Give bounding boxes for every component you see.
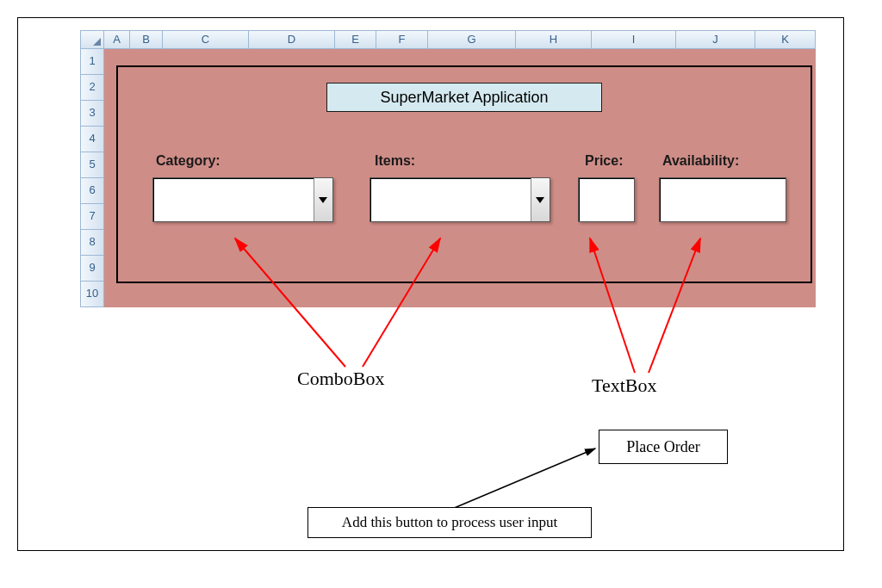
diagram-frame: ABCDEFGHIJK 12345678910 SuperMarket Appl…: [17, 17, 844, 551]
row-header[interactable]: 3: [80, 101, 104, 127]
row-header[interactable]: 7: [80, 204, 104, 230]
column-header[interactable]: H: [516, 30, 592, 49]
row-header[interactable]: 6: [80, 178, 104, 204]
label-price: Price:: [585, 153, 623, 169]
annotation-textbox-label: TextBox: [592, 374, 656, 397]
spreadsheet: ABCDEFGHIJK 12345678910 SuperMarket Appl…: [80, 30, 816, 307]
column-header[interactable]: A: [104, 30, 130, 49]
category-combobox[interactable]: [152, 177, 333, 222]
column-header[interactable]: J: [676, 30, 755, 49]
label-category: Category:: [156, 153, 220, 169]
row-header[interactable]: 2: [80, 75, 104, 101]
items-combobox[interactable]: [370, 177, 550, 222]
select-all-corner[interactable]: [80, 30, 104, 49]
column-header[interactable]: G: [428, 30, 516, 49]
availability-textbox[interactable]: [659, 177, 786, 222]
price-textbox[interactable]: [578, 177, 635, 222]
row-header[interactable]: 8: [80, 230, 104, 256]
column-header-row: ABCDEFGHIJK: [80, 30, 816, 49]
row-header[interactable]: 10: [80, 282, 104, 307]
column-header[interactable]: E: [335, 30, 376, 49]
place-order-button[interactable]: Place Order: [599, 430, 728, 464]
column-header[interactable]: K: [755, 30, 816, 49]
form-panel: SuperMarket Application Category: Items:…: [116, 65, 812, 283]
annotation-combobox-label: ComboBox: [297, 368, 384, 390]
svg-line-4: [452, 449, 595, 509]
column-header[interactable]: C: [163, 30, 249, 49]
chevron-down-icon[interactable]: [314, 178, 332, 221]
chevron-down-icon[interactable]: [531, 178, 550, 221]
instruction-text: Add this button to process user input: [307, 507, 592, 538]
column-header[interactable]: I: [592, 30, 676, 49]
row-header[interactable]: 5: [80, 152, 104, 178]
column-header[interactable]: F: [376, 30, 428, 49]
column-header[interactable]: D: [249, 30, 335, 49]
label-items: Items:: [375, 153, 415, 169]
label-availability: Availability:: [662, 153, 739, 169]
row-header[interactable]: 1: [80, 49, 104, 75]
row-header[interactable]: 4: [80, 127, 104, 152]
column-header[interactable]: B: [130, 30, 163, 49]
app-title: SuperMarket Application: [326, 83, 602, 112]
row-header[interactable]: 9: [80, 256, 104, 282]
